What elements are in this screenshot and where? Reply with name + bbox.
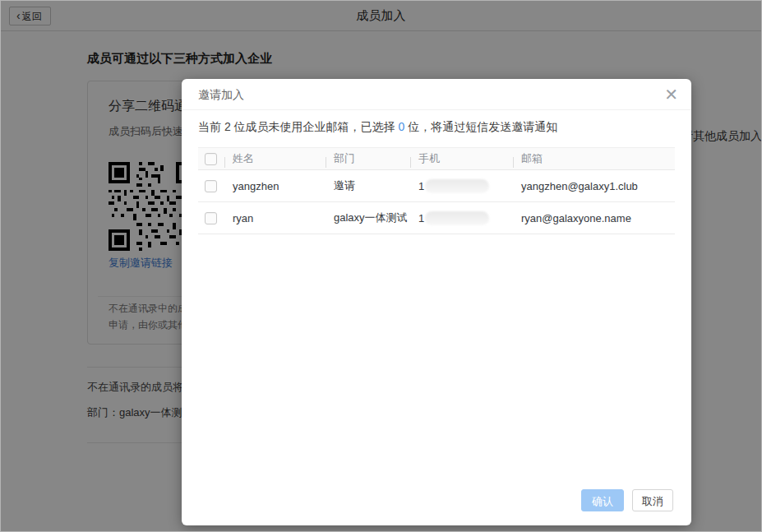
header-email: 邮箱 (513, 151, 675, 166)
member-dept: 邀请 (326, 178, 410, 193)
confirm-button[interactable]: 确认 (581, 489, 624, 511)
members-table: 姓名 部门 手机 邮箱 yangzhen 邀请 1 yangzhen@galax… (198, 147, 675, 234)
header-phone: 手机 (410, 151, 513, 166)
header-name: 姓名 (224, 151, 326, 166)
dialog-message: 当前 2 位成员未使用企业邮箱，已选择 0 位，将通过短信发送邀请通知 (198, 120, 557, 135)
member-email: yangzhen@galaxy1.club (513, 180, 675, 192)
member-name: yangzhen (224, 180, 326, 192)
close-icon[interactable]: ✕ (664, 84, 678, 105)
table-header-row: 姓名 部门 手机 邮箱 (198, 147, 675, 170)
screen: ‹返回 成员加入 成员可通过以下三种方式加入企业 分享二维码通 成员扫码后快速加… (0, 0, 762, 532)
header-dept: 部门 (326, 151, 410, 166)
member-name: ryan (224, 212, 326, 224)
phone-prefix: 1 (418, 212, 424, 224)
message-prefix: 当前 2 位成员未使用企业邮箱，已选择 (198, 120, 398, 133)
select-all-checkbox[interactable] (205, 153, 217, 165)
member-dept: galaxy一体测试 (326, 210, 410, 225)
phone-redacted-blur (425, 179, 489, 193)
phone-redacted-blur (425, 211, 489, 225)
row-checkbox[interactable] (205, 212, 217, 224)
dialog-title: 邀请加入 (198, 88, 244, 103)
table-row[interactable]: yangzhen 邀请 1 yangzhen@galaxy1.club (198, 170, 675, 202)
member-email: ryan@galaxyone.name (513, 212, 675, 224)
invite-join-dialog: 邀请加入 ✕ 当前 2 位成员未使用企业邮箱，已选择 0 位，将通过短信发送邀请… (182, 79, 691, 525)
table-row[interactable]: ryan galaxy一体测试 1 ryan@galaxyone.name (198, 202, 675, 234)
row-checkbox[interactable] (205, 180, 217, 192)
message-suffix: 位，将通过短信发送邀请通知 (404, 120, 557, 133)
dialog-header: 邀请加入 ✕ (182, 79, 691, 110)
cancel-button[interactable]: 取消 (632, 489, 673, 511)
phone-prefix: 1 (418, 180, 424, 192)
